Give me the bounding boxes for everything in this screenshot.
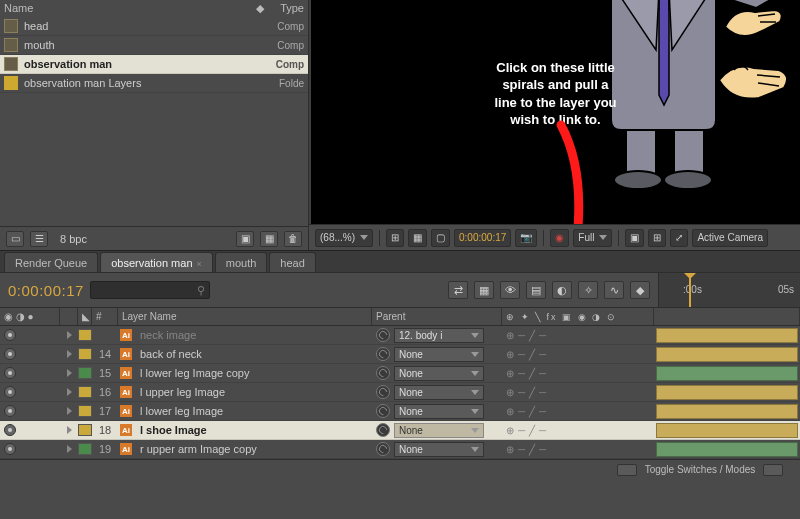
project-item[interactable]: mouthComp	[0, 36, 308, 55]
project-item[interactable]: headComp	[0, 17, 308, 36]
channel-icon[interactable]: ◉	[550, 229, 569, 247]
composition-canvas[interactable]: Click on these little spirals and pull a…	[311, 0, 800, 224]
label-color[interactable]	[78, 348, 92, 360]
parent-pickwhip-icon[interactable]	[376, 366, 390, 380]
layer-row[interactable]: 15Ail lower leg Image copyNone⊕─╱─	[0, 364, 800, 383]
parent-pickwhip-icon[interactable]	[376, 385, 390, 399]
visibility-toggle[interactable]	[4, 329, 16, 341]
frame-blend-icon[interactable]: ▤	[526, 281, 546, 299]
comp-mini-flowchart-icon[interactable]: ⇄	[448, 281, 468, 299]
col-layer-name[interactable]: Layer Name	[118, 308, 372, 325]
visibility-toggle[interactable]	[4, 424, 16, 436]
transparency-grid-icon[interactable]: ▦	[408, 229, 427, 247]
visibility-toggle[interactable]	[4, 405, 16, 417]
new-folder-icon[interactable]: ▣	[236, 231, 254, 247]
parent-pickwhip-icon[interactable]	[376, 423, 390, 437]
parent-dropdown[interactable]: None	[394, 423, 484, 438]
parent-pickwhip-icon[interactable]	[376, 404, 390, 418]
layer-row[interactable]: 19Air upper arm Image copyNone⊕─╱─	[0, 440, 800, 459]
layer-name[interactable]: l lower leg Image	[134, 405, 372, 417]
layer-row[interactable]: 18Ail shoe ImageNone⊕─╱─	[0, 421, 800, 440]
layer-name[interactable]: neck image	[134, 329, 372, 341]
project-item[interactable]: observation man LayersFolde	[0, 74, 308, 93]
time-ruler[interactable]: :00s 05s	[658, 273, 800, 307]
project-item[interactable]: observation manComp	[0, 55, 308, 74]
layer-duration-bar[interactable]	[656, 328, 798, 343]
layer-name[interactable]: r upper arm Image copy	[134, 443, 372, 455]
project-col-type[interactable]: Type	[264, 2, 304, 15]
toggle-switches-modes[interactable]: Toggle Switches / Modes	[600, 460, 800, 479]
timeline-tab[interactable]: head	[269, 252, 315, 272]
label-color[interactable]	[78, 424, 92, 436]
visibility-toggle[interactable]	[4, 367, 16, 379]
draft3d-icon[interactable]: ▦	[474, 281, 494, 299]
label-color[interactable]	[78, 329, 92, 341]
expand-toggle[interactable]	[60, 369, 78, 377]
layer-switches[interactable]: ⊕─╱─	[502, 387, 654, 398]
mask-icon[interactable]: ▢	[431, 229, 450, 247]
timeline-tab[interactable]: observation man×	[100, 252, 213, 272]
parent-dropdown[interactable]: None	[394, 366, 484, 381]
shy-icon[interactable]: 👁	[500, 281, 520, 299]
parent-dropdown[interactable]: None	[394, 385, 484, 400]
roi-icon[interactable]: ▣	[625, 229, 644, 247]
playhead[interactable]	[689, 273, 691, 307]
layer-duration-bar[interactable]	[656, 385, 798, 400]
brainstorm-icon[interactable]: ✧	[578, 281, 598, 299]
project-label-icon[interactable]: ◆	[256, 2, 264, 15]
parent-dropdown[interactable]: 12. body i	[394, 328, 484, 343]
parent-dropdown[interactable]: None	[394, 442, 484, 457]
expand-toggle[interactable]	[60, 388, 78, 396]
col-num[interactable]: #	[92, 308, 118, 325]
visibility-toggle[interactable]	[4, 348, 16, 360]
parent-pickwhip-icon[interactable]	[376, 442, 390, 456]
layer-duration-bar[interactable]	[656, 423, 798, 438]
project-settings-icon[interactable]: ☰	[30, 231, 48, 247]
resolution-grid-icon[interactable]: ⊞	[386, 229, 404, 247]
grid-icon[interactable]: ⊞	[648, 229, 666, 247]
graph-editor-icon[interactable]: ∿	[604, 281, 624, 299]
layer-duration-bar[interactable]	[656, 404, 798, 419]
parent-dropdown[interactable]: None	[394, 347, 484, 362]
layer-row[interactable]: 16Ail upper leg ImageNone⊕─╱─	[0, 383, 800, 402]
visibility-toggle[interactable]	[4, 443, 16, 455]
zoom-dropdown[interactable]: (68...%)	[315, 229, 373, 247]
close-icon[interactable]: ×	[197, 259, 202, 269]
auto-keyframe-icon[interactable]: ◆	[630, 281, 650, 299]
trash-icon[interactable]: 🗑	[284, 231, 302, 247]
layer-switches[interactable]: ⊕─╱─	[502, 406, 654, 417]
expand-toggle[interactable]	[60, 407, 78, 415]
label-color[interactable]	[78, 405, 92, 417]
current-timecode[interactable]: 0:00:00:17	[8, 282, 84, 299]
visibility-toggle[interactable]	[4, 386, 16, 398]
layer-switches[interactable]: ⊕─╱─	[502, 444, 654, 455]
layer-switches[interactable]: ⊕─╱─	[502, 330, 654, 341]
label-color[interactable]	[78, 367, 92, 379]
layer-duration-bar[interactable]	[656, 442, 798, 457]
layer-row[interactable]: 14Aiback of neckNone⊕─╱─	[0, 345, 800, 364]
bpc-button[interactable]: 8 bpc	[54, 233, 93, 245]
timeline-tab[interactable]: Render Queue	[4, 252, 98, 272]
layer-name[interactable]: l upper leg Image	[134, 386, 372, 398]
parent-pickwhip-icon[interactable]	[376, 328, 390, 342]
parent-dropdown[interactable]: None	[394, 404, 484, 419]
layer-name[interactable]: l lower leg Image copy	[134, 367, 372, 379]
project-col-name[interactable]: Name	[4, 2, 256, 15]
guides-icon[interactable]: ⤢	[670, 229, 688, 247]
layer-search-input[interactable]: ⚲	[90, 281, 210, 299]
expand-toggle[interactable]	[60, 445, 78, 453]
layer-row[interactable]: Aineck image12. body i⊕─╱─	[0, 326, 800, 345]
parent-pickwhip-icon[interactable]	[376, 347, 390, 361]
resolution-dropdown[interactable]: Full	[573, 229, 612, 247]
expand-toggle[interactable]	[60, 350, 78, 358]
camera-dropdown[interactable]: Active Camera	[692, 229, 768, 247]
layer-switches[interactable]: ⊕─╱─	[502, 349, 654, 360]
expand-toggle[interactable]	[60, 331, 78, 339]
label-color[interactable]	[78, 386, 92, 398]
layer-duration-bar[interactable]	[656, 366, 798, 381]
layer-name[interactable]: l shoe Image	[134, 424, 372, 436]
snapshot-icon[interactable]: 📷	[515, 229, 537, 247]
layer-switches[interactable]: ⊕─╱─	[502, 368, 654, 379]
layer-name[interactable]: back of neck	[134, 348, 372, 360]
expand-toggle[interactable]	[60, 426, 78, 434]
